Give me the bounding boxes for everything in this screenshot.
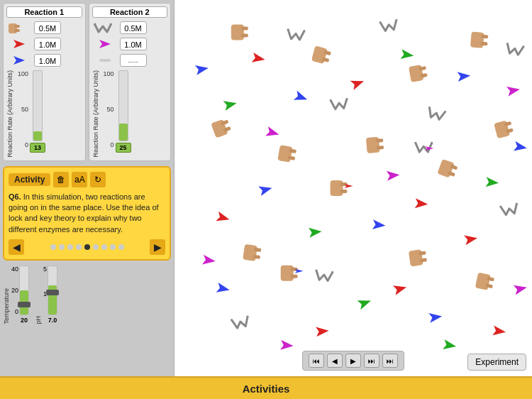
sim-green-5 [443, 339, 457, 351]
activity-header: Activity 🗑 aA ↻ [9, 172, 165, 187]
svg-marker-3 [13, 40, 25, 48]
temp-track[interactable] [19, 266, 29, 315]
playback-play-button[interactable]: ▶ [345, 354, 361, 368]
sim-enzyme1-6 [277, 145, 297, 163]
sim-red-8 [393, 283, 408, 295]
reaction1-substrate2-value: 1.0M [34, 54, 61, 67]
sim-red-2 [350, 77, 366, 90]
sim-enzyme2-8 [231, 316, 250, 329]
activity-refresh-button[interactable]: ↻ [90, 172, 106, 187]
substrate2-r1-icon [6, 53, 32, 67]
experiment-button[interactable]: Experiment [467, 354, 526, 371]
bottom-bar: Activities [0, 376, 532, 399]
substrate2-r2-icon [92, 53, 118, 67]
temp-scale: 40 20 0 [11, 266, 18, 315]
reaction2-panel: Reaction 2 0.5M [89, 3, 172, 161]
reaction1-substrate1-value: 1.0M [34, 38, 61, 50]
sim-complex-3 [281, 266, 304, 281]
sim-green-6 [358, 296, 373, 310]
sim-blue-6 [372, 219, 386, 230]
dot-5 [84, 244, 90, 250]
activity-dots [50, 244, 124, 250]
substrate1-r2-icon [92, 37, 118, 51]
reaction2-title: Reaction 2 [92, 6, 168, 18]
substrate1-r1-icon [6, 37, 32, 51]
sim-red-4 [464, 233, 478, 245]
svg-rect-45 [340, 190, 348, 193]
sim-red-7 [492, 325, 506, 337]
svg-rect-17 [481, 35, 488, 39]
sim-enzyme1-1 [231, 24, 248, 40]
sim-magenta-1 [506, 84, 521, 97]
ph-track[interactable] [48, 266, 57, 315]
simulation-area: ⏮ ◀ ▶ ⏭ ⏭ Experiment [174, 0, 532, 376]
sim-enzyme1-3 [409, 64, 428, 82]
svg-marker-5 [99, 40, 111, 48]
sim-blue-8 [428, 311, 443, 322]
sim-enzyme2-4 [331, 98, 348, 109]
sim-blue-2 [294, 91, 309, 104]
sim-magenta-2 [265, 126, 280, 139]
activity-prev-button[interactable]: ◀ [9, 239, 24, 255]
activity-delete-button[interactable]: 🗑 [53, 172, 69, 187]
sim-magenta-4 [202, 255, 216, 266]
activity-next-button[interactable]: ▶ [150, 239, 165, 255]
reaction1-substrate2-row: 1.0M [6, 53, 82, 67]
sim-green-3 [486, 177, 499, 187]
activity-font-button[interactable]: aA [72, 172, 87, 187]
reaction1-enzyme-row: 0.5M [6, 21, 82, 35]
svg-rect-40 [475, 273, 491, 290]
reaction2-rate-label: Reaction Rate (Arbitrary Units) [92, 70, 99, 158]
reaction2-enzyme-value: 0.5M [120, 21, 147, 34]
sim-red-1 [252, 53, 266, 65]
svg-rect-18 [480, 42, 487, 46]
sim-complex-2 [415, 142, 433, 152]
reaction1-panel: Reaction 1 0.5M [3, 3, 86, 161]
temperature-group: Temperature 40 20 0 20 [3, 266, 29, 324]
sim-enzyme2-6 [500, 203, 519, 216]
reaction1-rate-label: Reaction Rate (Arbitrary Units) [6, 70, 13, 158]
activity-title-label: Activity [9, 173, 50, 186]
svg-rect-34 [243, 244, 257, 261]
activities-button[interactable]: Activities [243, 383, 290, 395]
sim-enzyme2-5 [427, 106, 446, 121]
ph-value: 7.0 [48, 317, 57, 324]
svg-rect-26 [376, 138, 383, 143]
sim-blue-7 [216, 283, 231, 295]
sim-enzyme1-5 [211, 118, 232, 138]
sim-enzyme1-2 [311, 45, 332, 65]
reaction2-substrate2-row: ---- [92, 53, 168, 67]
sim-enzyme2-7 [315, 270, 333, 281]
reaction1-rate-bar: 13 [30, 70, 45, 153]
sim-enzyme1-12 [475, 273, 495, 291]
dot-3 [67, 244, 73, 250]
sim-enzyme2-2 [379, 19, 398, 31]
sim-magenta-6 [280, 340, 294, 351]
sim-enzyme1-4 [470, 31, 489, 48]
sim-red-6 [316, 326, 329, 337]
reaction2-rate-bar: 25 [116, 70, 131, 153]
reaction1-rate-value: 13 [30, 143, 45, 153]
sim-blue-1 [195, 63, 209, 75]
dot-1 [50, 244, 56, 250]
enzyme2-icon [92, 21, 118, 35]
playback-rewind-button[interactable]: ⏮ [309, 354, 324, 368]
playback-stepfwd-button[interactable]: ⏭ [364, 354, 379, 368]
playback-stepback-button[interactable]: ◀ [327, 354, 343, 368]
sim-green-4 [309, 226, 322, 238]
sim-blue-5 [258, 183, 273, 196]
reaction-panels-row: Reaction 1 0.5M [3, 3, 171, 161]
sim-enzyme1-8 [437, 159, 458, 180]
ph-group: pH 5 1 7.0 [35, 266, 57, 324]
playback-fastfwd-button[interactable]: ⏭ [382, 354, 398, 368]
svg-rect-9 [241, 33, 248, 37]
reaction1-rate-scale: 100 50 0 [18, 70, 28, 148]
sim-enzyme1-9 [494, 119, 514, 138]
svg-rect-6 [99, 59, 111, 62]
reaction2-enzyme-row: 0.5M [92, 21, 168, 35]
reaction2-substrate2-value: ---- [120, 54, 147, 67]
reaction2-rate-scale: 100 50 0 [104, 70, 114, 148]
svg-rect-50 [291, 275, 298, 278]
dot-2 [59, 244, 65, 250]
reaction2-substrate1-row: 1.0M [92, 37, 168, 51]
